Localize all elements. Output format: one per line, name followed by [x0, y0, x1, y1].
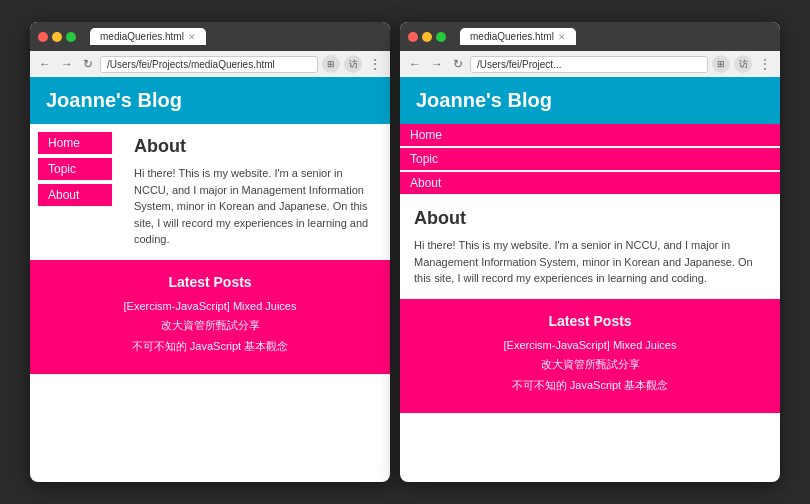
left-content: About Hi there! This is my website. I'm … — [120, 124, 390, 260]
right-about-text: Hi there! This is my website. I'm a seni… — [414, 237, 766, 287]
left-post-2[interactable]: 改大資管所甄試分享 — [44, 318, 376, 333]
right-post-1[interactable]: [Exercism-JavaScript] Mixed Juices — [414, 339, 766, 351]
right-nav-topic[interactable]: Topic — [400, 148, 780, 170]
right-url-bar[interactable] — [470, 56, 708, 73]
right-extension-icon[interactable]: ⊞ — [712, 55, 730, 73]
left-nav-home[interactable]: Home — [38, 132, 112, 154]
right-titlebar: mediaQueries.html ✕ — [408, 28, 772, 51]
right-latest-posts: Latest Posts [Exercism-JavaScript] Mixed… — [400, 299, 780, 413]
left-extension-icon[interactable]: ⊞ — [322, 55, 340, 73]
left-blog-main: Home Topic About About Hi there! This is… — [30, 124, 390, 260]
left-traffic-lights — [38, 32, 76, 42]
left-titlebar: mediaQueries.html ✕ — [38, 28, 382, 51]
right-page-content: Joanne's Blog Home Topic About About Hi … — [400, 77, 780, 413]
right-nav-about[interactable]: About — [400, 172, 780, 194]
left-page-content: Joanne's Blog Home Topic About About Hi … — [30, 77, 390, 374]
left-browser-tab[interactable]: mediaQueries.html ✕ — [90, 28, 206, 45]
right-blog-header: Joanne's Blog — [400, 77, 780, 124]
left-back-button[interactable]: ← — [36, 56, 54, 72]
right-browser-tab[interactable]: mediaQueries.html ✕ — [460, 28, 576, 45]
right-toolbar-icons: ⊞ 访 ⋮ — [712, 55, 774, 73]
right-content: About Hi there! This is my website. I'm … — [400, 196, 780, 299]
right-tab-close[interactable]: ✕ — [558, 32, 566, 42]
left-browser-chrome: mediaQueries.html ✕ — [30, 22, 390, 51]
right-traffic-lights — [408, 32, 446, 42]
right-about-title: About — [414, 208, 766, 229]
right-nav-home[interactable]: Home — [400, 124, 780, 146]
left-tab-label: mediaQueries.html — [100, 31, 184, 42]
right-back-button[interactable]: ← — [406, 56, 424, 72]
right-close-button[interactable] — [408, 32, 418, 42]
right-tab-label: mediaQueries.html — [470, 31, 554, 42]
right-browser-chrome: mediaQueries.html ✕ — [400, 22, 780, 51]
left-toolbar: ← → ↻ ⊞ 访 ⋮ — [30, 51, 390, 77]
left-minimize-button[interactable] — [52, 32, 62, 42]
left-about-text: Hi there! This is my website. I'm a seni… — [134, 165, 376, 248]
left-maximize-button[interactable] — [66, 32, 76, 42]
right-forward-button[interactable]: → — [428, 56, 446, 72]
left-toolbar-icons: ⊞ 访 ⋮ — [322, 55, 384, 73]
left-latest-posts-title: Latest Posts — [44, 274, 376, 290]
right-blog-main: Home Topic About About Hi there! This is… — [400, 124, 780, 299]
right-latest-posts-title: Latest Posts — [414, 313, 766, 329]
left-user-icon[interactable]: 访 — [344, 55, 362, 73]
right-browser: mediaQueries.html ✕ ← → ↻ ⊞ 访 ⋮ Joanne's… — [400, 22, 780, 482]
right-minimize-button[interactable] — [422, 32, 432, 42]
right-post-3[interactable]: 不可不知的 JavaScript 基本觀念 — [414, 378, 766, 393]
left-nav-about[interactable]: About — [38, 184, 112, 206]
left-close-button[interactable] — [38, 32, 48, 42]
left-nav-topic[interactable]: Topic — [38, 158, 112, 180]
right-menu-icon[interactable]: ⋮ — [756, 56, 774, 72]
right-refresh-button[interactable]: ↻ — [450, 56, 466, 72]
left-blog-title: Joanne's Blog — [46, 89, 182, 111]
right-toolbar: ← → ↻ ⊞ 访 ⋮ — [400, 51, 780, 77]
left-tab-close[interactable]: ✕ — [188, 32, 196, 42]
left-blog-header: Joanne's Blog — [30, 77, 390, 124]
right-blog-title: Joanne's Blog — [416, 89, 552, 111]
left-latest-posts: Latest Posts [Exercism-JavaScript] Mixed… — [30, 260, 390, 374]
left-menu-icon[interactable]: ⋮ — [366, 56, 384, 72]
left-about-title: About — [134, 136, 376, 157]
right-sidebar: Home Topic About — [400, 124, 780, 196]
right-post-2[interactable]: 改大資管所甄試分享 — [414, 357, 766, 372]
left-post-1[interactable]: [Exercism-JavaScript] Mixed Juices — [44, 300, 376, 312]
right-maximize-button[interactable] — [436, 32, 446, 42]
left-sidebar: Home Topic About — [30, 124, 120, 260]
left-forward-button[interactable]: → — [58, 56, 76, 72]
browser-container: mediaQueries.html ✕ ← → ↻ ⊞ 访 ⋮ Joanne's… — [30, 22, 780, 482]
right-user-icon[interactable]: 访 — [734, 55, 752, 73]
left-refresh-button[interactable]: ↻ — [80, 56, 96, 72]
left-post-3[interactable]: 不可不知的 JavaScript 基本觀念 — [44, 339, 376, 354]
left-url-bar[interactable] — [100, 56, 318, 73]
left-browser: mediaQueries.html ✕ ← → ↻ ⊞ 访 ⋮ Joanne's… — [30, 22, 390, 482]
